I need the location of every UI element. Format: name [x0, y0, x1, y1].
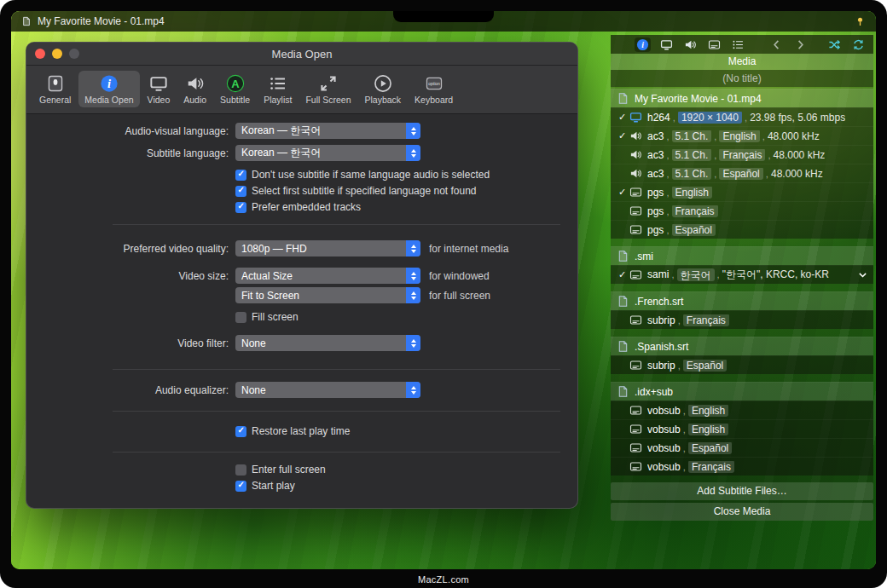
video-size-fullscreen-select[interactable]: Fit to Screen — [235, 287, 420, 303]
chevron-left-icon[interactable] — [768, 37, 785, 52]
divider — [113, 411, 560, 412]
track-row[interactable]: ✓h264 , 1920 × 1040 , 23.98 fps, 5.06 mb… — [611, 107, 873, 126]
tab-media-open[interactable]: iMedia Open — [78, 71, 139, 107]
tab-subtitle[interactable]: ASubtitle — [214, 71, 256, 107]
checkbox-label: Fill screen — [252, 311, 299, 323]
audio-equalizer-select[interactable]: None — [235, 382, 420, 398]
track-row[interactable]: ✓sami , 한국어 , "한국어", KRCC, ko-KR — [611, 265, 873, 284]
checkbox-row: Fill screen — [235, 310, 577, 324]
prefs-title: Media Open — [272, 48, 333, 61]
fill-screen-checkbox[interactable] — [235, 312, 246, 323]
repeat-icon[interactable] — [850, 37, 867, 52]
media-group-header[interactable]: .idx+sub — [611, 382, 873, 401]
tab-general[interactable]: General — [33, 71, 77, 107]
video-filter-row: Video filter: None — [26, 335, 577, 351]
dont-use-subtitle-checkbox[interactable] — [235, 170, 246, 181]
movist-logo-icon: A — [226, 74, 245, 93]
speaker-icon[interactable] — [682, 37, 699, 52]
general-icon — [46, 74, 65, 93]
media-group-header[interactable]: My Favorite Movie - 01.mp4 — [611, 89, 873, 107]
track-row[interactable]: ac3 , 5.1 Ch. , Español , 48.000 kHz — [611, 164, 873, 182]
tab-playlist[interactable]: Playlist — [258, 71, 298, 107]
av-language-label: Audio-visual language: — [26, 125, 229, 137]
video-size-windowed-select[interactable]: Actual Size — [235, 268, 420, 284]
start-play-checkbox[interactable] — [235, 481, 246, 492]
tab-keyboard[interactable]: optionKeyboard — [409, 71, 459, 107]
subtitle-card-icon — [629, 314, 642, 326]
divider — [113, 369, 560, 370]
divider — [113, 224, 560, 225]
enter-full-screen-checkbox[interactable] — [235, 464, 246, 476]
file-icon — [617, 295, 629, 308]
checkbox-row: Restore last play time — [235, 424, 577, 438]
subtitle-card-icon — [629, 423, 642, 435]
subtitle-language-row: Subtitle language: Korean — 한국어 — [26, 145, 577, 161]
shuffle-icon[interactable] — [826, 37, 843, 52]
tab-video[interactable]: Video — [142, 71, 177, 107]
media-group-header[interactable]: .Spanish.srt — [611, 337, 873, 355]
prefs-titlebar[interactable]: Media Open — [26, 43, 577, 66]
track-row[interactable]: pgs , Français — [611, 201, 873, 220]
divider — [113, 452, 560, 453]
video-filter-select[interactable]: None — [235, 335, 420, 351]
track-row[interactable]: subrip , Español — [611, 355, 873, 374]
video-quality-row: Preferred video quality: 1080p — FHD for… — [26, 240, 577, 257]
field-note: for internet media — [429, 243, 508, 255]
minimize-button[interactable] — [52, 49, 62, 59]
video-quality-select[interactable]: 1080p — FHD — [235, 240, 420, 257]
track-row[interactable]: vobsub , Español — [611, 438, 873, 457]
speaker-icon — [629, 130, 642, 142]
video-size-label: Video size: — [26, 270, 229, 282]
track-row[interactable]: subrip , Français — [611, 310, 873, 329]
checkbox-label: Enter full screen — [252, 464, 326, 476]
stepper-icon — [406, 145, 420, 161]
speaker-icon — [629, 148, 642, 161]
restore-last-play-time-checkbox[interactable] — [235, 426, 246, 437]
select-value: None — [241, 384, 283, 396]
select-first-subtitle-checkbox[interactable] — [235, 186, 246, 197]
select-value: Korean — 한국어 — [241, 146, 338, 160]
video-size-row: Video size: Actual Size for windowed — [26, 268, 577, 284]
tab-playback[interactable]: Playback — [359, 71, 408, 107]
subtitle-card-icon — [629, 223, 642, 236]
stepper-icon — [406, 123, 420, 139]
media-group-header[interactable]: .French.srt — [611, 291, 873, 310]
track-row[interactable]: pgs , Español — [611, 220, 873, 239]
add-subtitle-files-button[interactable]: Add Subtitle Files… — [611, 482, 873, 500]
panel-title: Media — [611, 54, 873, 70]
svg-text:i: i — [107, 77, 111, 90]
document-icon — [21, 16, 32, 26]
subtitle-card-icon — [629, 186, 642, 199]
pin-icon[interactable] — [855, 16, 866, 27]
close-media-button[interactable]: Close Media — [611, 503, 873, 521]
display-icon[interactable] — [658, 37, 675, 52]
screen: My Favorite Movie - 01.mp4 Media Open Ge… — [11, 11, 876, 569]
field-note: for windowed — [429, 270, 490, 282]
close-button[interactable] — [35, 49, 45, 59]
prefer-embedded-checkbox[interactable] — [235, 202, 246, 213]
tab-audio[interactable]: Audio — [177, 71, 212, 107]
chevron-down-icon[interactable] — [857, 269, 868, 280]
subtitle-card-icon — [629, 268, 642, 281]
track-row[interactable]: ✓pgs , English — [611, 182, 873, 201]
list-icon[interactable] — [730, 37, 746, 52]
track-row[interactable]: vobsub , English — [611, 419, 873, 438]
subtitle-language-select[interactable]: Korean — 한국어 — [235, 145, 420, 161]
check-icon: ✓ — [616, 269, 629, 280]
av-language-select[interactable]: Korean — 한국어 — [235, 123, 420, 139]
checkbox-label: Select first subtitle if specified langu… — [252, 185, 477, 197]
media-group-header[interactable]: .smi — [611, 246, 873, 265]
checkbox-label: Don't use subtitle if same language audi… — [252, 169, 490, 181]
tab-full-screen[interactable]: Full Screen — [299, 71, 357, 107]
chevron-right-icon[interactable] — [792, 37, 809, 52]
info-icon[interactable]: i — [635, 37, 651, 52]
video-quality-label: Preferred video quality: — [26, 243, 229, 255]
stepper-icon — [406, 382, 420, 398]
track-row[interactable]: ac3 , 5.1 Ch. , Français , 48.000 kHz — [611, 145, 873, 164]
video-filter-label: Video filter: — [26, 337, 229, 349]
track-row[interactable]: ✓ac3 , 5.1 Ch. , English , 48.000 kHz — [611, 126, 873, 145]
track-row[interactable]: vobsub , Français — [611, 457, 873, 476]
subtitle-card-icon[interactable] — [706, 37, 722, 52]
check-icon: ✓ — [616, 130, 629, 141]
track-row[interactable]: vobsub , English — [611, 401, 873, 419]
